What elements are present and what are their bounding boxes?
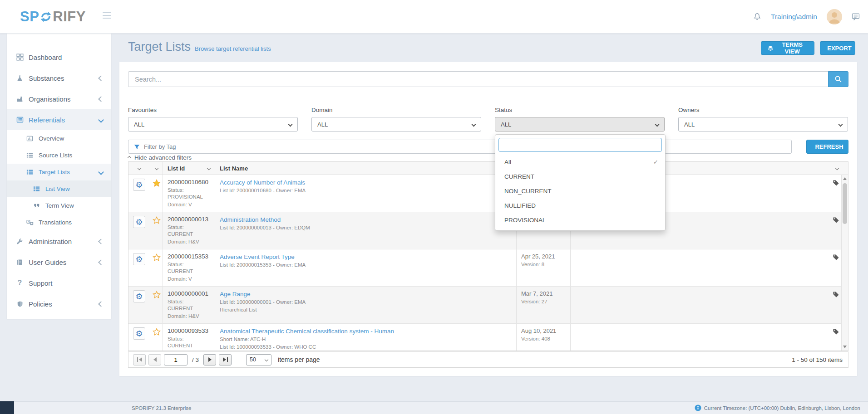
list-domain: Domain: H&V xyxy=(168,239,210,245)
list-name-link[interactable]: Adverse Event Report Type xyxy=(220,253,512,261)
footer: SPORIFY 21.3 Enterprise Current Timezone… xyxy=(0,401,868,414)
list-id: 200000010680 xyxy=(168,179,210,186)
page-subtitle: Browse target referential lists xyxy=(195,45,271,52)
wrench-icon xyxy=(16,238,24,245)
list-id-column-header[interactable]: List Id xyxy=(163,162,215,175)
sidebar-item-overview[interactable]: Overview xyxy=(7,130,111,147)
gear-icon: ⚙ xyxy=(135,292,143,301)
sidebar-item-support[interactable]: ? Support xyxy=(7,273,111,293)
chevron-down-icon xyxy=(154,166,158,170)
row-actions-button[interactable]: ⚙ xyxy=(133,179,145,191)
sidebar-item-organisations[interactable]: Organisations xyxy=(7,88,111,109)
page-size-select[interactable]: 50 xyxy=(246,354,271,365)
table-row: ⚙ 200000010680 Status: PROVISIONAL Domai… xyxy=(128,175,848,212)
avatar[interactable] xyxy=(827,9,842,24)
sidebar-item-referentials[interactable]: Referentials xyxy=(7,109,111,130)
target-lists-icon xyxy=(26,169,34,175)
page-number-input[interactable] xyxy=(164,354,187,365)
chevron-down-icon xyxy=(265,358,268,361)
list-status: Status: CURRENT xyxy=(168,298,210,312)
favourite-star-icon[interactable] xyxy=(153,216,161,224)
search-button[interactable] xyxy=(828,71,848,87)
chevron-up-icon xyxy=(128,156,131,159)
status-option-nullified[interactable]: NULLIFIED xyxy=(498,198,662,213)
filter-funnel-icon xyxy=(134,144,140,150)
sidebar-item-policies[interactable]: Policies xyxy=(7,293,111,314)
row-actions-button[interactable]: ⚙ xyxy=(133,290,145,302)
term-view-quotes-icon xyxy=(33,203,40,209)
gear-icon: ⚙ xyxy=(135,255,143,263)
tag-icon[interactable] xyxy=(833,217,839,224)
last-page-button[interactable] xyxy=(219,354,232,365)
sidebar-item-substances[interactable]: Substances xyxy=(7,68,111,88)
sidebar-item-administration[interactable]: Administration xyxy=(7,231,111,252)
favourites-column-header[interactable] xyxy=(150,162,163,175)
prev-page-button[interactable] xyxy=(148,354,161,365)
logo-text-left: SP xyxy=(20,9,39,25)
list-name-link[interactable]: Accuracy of Number of Animals xyxy=(220,179,512,186)
filter-by-tag-input[interactable]: Filter by Tag xyxy=(128,140,792,154)
chat-icon[interactable] xyxy=(852,13,860,20)
table-row: ⚙ 100000000001 Status: CURRENT Domain: H… xyxy=(128,287,848,324)
bell-icon[interactable] xyxy=(753,12,761,21)
tags-column-header[interactable] xyxy=(826,162,848,175)
chevron-down-icon xyxy=(98,117,104,123)
search-input[interactable] xyxy=(128,71,848,87)
status-option-non-current[interactable]: NON_CURRENT xyxy=(498,184,662,198)
row-actions-button[interactable]: ⚙ xyxy=(133,327,145,340)
favourite-star-icon[interactable] xyxy=(153,179,161,187)
first-page-icon xyxy=(139,357,142,362)
checkmark-icon: ✓ xyxy=(653,159,658,166)
status-dropdown-search-input[interactable] xyxy=(498,138,662,152)
favourite-star-icon[interactable] xyxy=(153,253,161,262)
owners-label: Owners xyxy=(678,107,700,113)
terms-view-button[interactable]: TERMS VIEW xyxy=(761,41,814,55)
list-name-link[interactable]: Administration Method xyxy=(220,216,512,224)
sidebar-item-dashboard[interactable]: Dashboard xyxy=(7,47,111,68)
sidebar-item-list-view[interactable]: List View xyxy=(7,180,111,197)
username[interactable]: Training\admin xyxy=(771,13,817,21)
status-select[interactable]: ALL xyxy=(495,117,665,132)
next-page-button[interactable] xyxy=(203,354,216,365)
list-name-column-header[interactable]: List Name xyxy=(215,162,517,175)
topbar: SP RIFY Training\admin xyxy=(0,0,868,34)
chevron-left-icon xyxy=(98,301,104,307)
favourite-star-icon[interactable] xyxy=(153,328,161,336)
sidebar-item-term-view[interactable]: Term View xyxy=(7,197,111,214)
actions-column-header[interactable] xyxy=(128,162,150,175)
list-name-link[interactable]: Anatomical Therapeutic Chemical classifi… xyxy=(220,327,512,335)
row-actions-button[interactable]: ⚙ xyxy=(133,216,145,228)
hamburger-icon[interactable] xyxy=(103,12,111,20)
timezone-label: Current Timezone: (UTC+00:00) Dublin, Ed… xyxy=(704,405,860,411)
table-scrollbar[interactable] xyxy=(841,175,848,351)
domain-select[interactable]: ALL xyxy=(311,117,481,132)
scrollbar-thumb[interactable] xyxy=(843,183,847,224)
list-id: 200000000013 xyxy=(168,216,210,223)
sporify-logo[interactable]: SP RIFY xyxy=(20,0,86,33)
tag-icon[interactable] xyxy=(833,328,839,335)
sidebar-item-source-lists[interactable]: Source Lists xyxy=(7,147,111,164)
sidebar-item-translations[interactable]: A Translations xyxy=(7,214,111,231)
refresh-button[interactable]: REFRESH xyxy=(806,140,848,154)
scroll-down-icon[interactable] xyxy=(843,346,847,348)
status-option-current[interactable]: CURRENT xyxy=(498,169,662,184)
tag-icon[interactable] xyxy=(833,180,839,186)
sidebar-item-user-guides[interactable]: User Guides xyxy=(7,252,111,273)
row-actions-button[interactable]: ⚙ xyxy=(133,253,145,265)
status-option-provisional[interactable]: PROVISIONAL xyxy=(498,213,662,227)
tag-icon[interactable] xyxy=(833,254,839,261)
list-name-link[interactable]: Age Range xyxy=(220,290,512,298)
table-body: ⚙ 200000010680 Status: PROVISIONAL Domai… xyxy=(128,175,848,351)
favourites-select[interactable]: ALL xyxy=(128,117,298,132)
sidebar-item-target-lists[interactable]: Target Lists xyxy=(7,164,111,180)
tag-icon[interactable] xyxy=(833,291,839,298)
status-option-all[interactable]: All ✓ xyxy=(498,155,662,169)
export-button[interactable]: x EXPORT xyxy=(820,41,855,55)
hide-advanced-filters-toggle[interactable]: Hide advanced filters xyxy=(128,154,192,161)
first-page-button[interactable] xyxy=(133,354,146,365)
owners-select[interactable]: ALL xyxy=(678,117,848,132)
items-range-label: 1 - 50 of 150 items xyxy=(792,356,843,363)
dashboard-icon xyxy=(16,54,24,61)
scroll-up-icon[interactable] xyxy=(843,177,847,180)
favourite-star-icon[interactable] xyxy=(153,291,161,299)
